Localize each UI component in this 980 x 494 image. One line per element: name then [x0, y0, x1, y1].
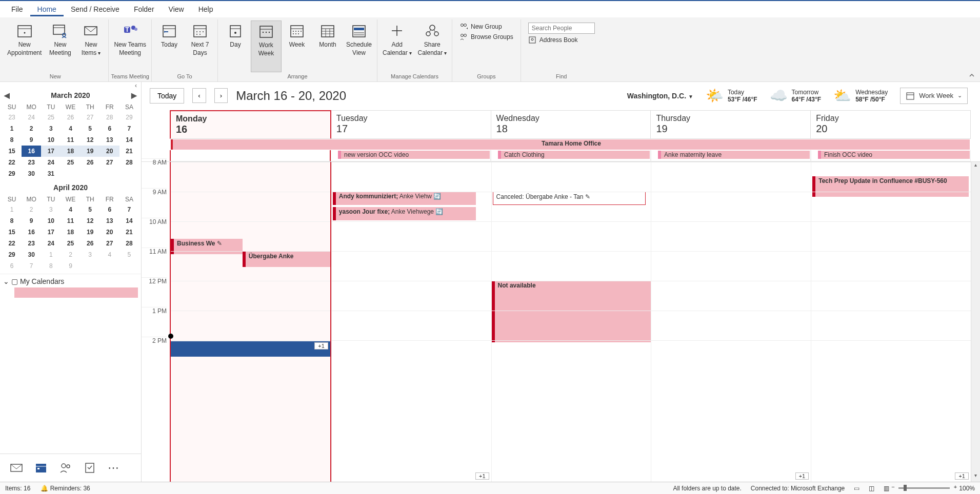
mini-cal-day[interactable]: 29: [2, 168, 22, 179]
next7-button[interactable]: Next 7 Days: [185, 20, 215, 72]
mini-cal-day[interactable]: 8: [2, 215, 22, 227]
month-view-button[interactable]: Month: [312, 20, 343, 72]
event-andy[interactable]: Andy kommuniziert; Anke Viehw 🔄: [333, 192, 476, 205]
mini-cal-day[interactable]: 8: [41, 260, 61, 272]
search-people-input[interactable]: [528, 23, 595, 34]
next-week-button[interactable]: ›: [214, 88, 228, 103]
allday-event-fri[interactable]: Finish OCC video: [818, 151, 970, 159]
zoom-slider[interactable]: [898, 487, 950, 489]
day-header-tue[interactable]: Tuesday17: [331, 110, 491, 139]
mini-cal-day[interactable]: 29: [119, 112, 139, 123]
mini-cal-day[interactable]: 6: [2, 260, 22, 272]
menu-sendreceive[interactable]: Send / Receive: [64, 2, 127, 16]
new-items-button[interactable]: New Items: [75, 20, 106, 72]
new-group-button[interactable]: + New Group: [459, 23, 513, 31]
mini-cal-day[interactable]: 5: [81, 204, 100, 215]
mini-cal-day[interactable]: 8: [2, 134, 22, 146]
mini-cal-day[interactable]: 13: [100, 134, 119, 146]
menu-file[interactable]: File: [4, 2, 30, 16]
mini-cal-day[interactable]: 1: [41, 249, 61, 260]
mini-cal-day[interactable]: 21: [119, 146, 139, 157]
day-col-wed[interactable]: Canceled: Übergabe Anke - Tan ✎ Not avai…: [491, 162, 651, 482]
allday-event-tamara[interactable]: Tamara Home Office: [171, 139, 970, 150]
mini-cal-prev-button[interactable]: ◀: [4, 91, 10, 99]
mini-cal-day[interactable]: 2: [22, 123, 41, 134]
mini-cal-day[interactable]: 5: [119, 249, 139, 260]
mini-cal-day[interactable]: 19: [81, 146, 100, 157]
mini-cal-day[interactable]: 16: [22, 227, 41, 238]
mini-cal-day[interactable]: 10: [41, 134, 61, 146]
mini-cal-day[interactable]: 4: [61, 123, 80, 134]
mini-cal-day[interactable]: 18: [61, 227, 80, 238]
allday-event-thu[interactable]: Anke maternity leave: [658, 151, 810, 159]
mini-cal-day[interactable]: 26: [81, 157, 100, 168]
calendar-item[interactable]: [14, 287, 138, 298]
mini-cal-day[interactable]: 1: [2, 204, 22, 215]
status-reminders[interactable]: 🔔 Reminders: 36: [41, 485, 90, 492]
mini-cal-day[interactable]: 2: [22, 204, 41, 215]
mini-cal-day[interactable]: 23: [2, 112, 22, 123]
view-selector-dropdown[interactable]: Work Week ⌄: [900, 88, 968, 104]
day-header-wed[interactable]: Wednesday18: [491, 110, 651, 139]
mini-cal-day[interactable]: 4: [61, 204, 80, 215]
allday-cell-thu[interactable]: Anke maternity leave: [651, 150, 811, 161]
ribbon-collapse-button[interactable]: [968, 71, 976, 79]
mini-cal-day[interactable]: 23: [22, 157, 41, 168]
view-book-icon[interactable]: ▥: [884, 485, 889, 492]
mini-cal-day[interactable]: 12: [81, 215, 100, 227]
event-not-available[interactable]: Not available: [492, 281, 651, 342]
scroll-up-icon[interactable]: ▴: [971, 162, 980, 171]
mini-cal-day[interactable]: 9: [22, 215, 41, 227]
share-calendar-button[interactable]: Share Calendar: [415, 20, 450, 72]
nav-people-icon[interactable]: [59, 462, 72, 474]
day-header-thu[interactable]: Thursday19: [651, 110, 811, 139]
schedule-view-button[interactable]: Schedule View: [343, 20, 375, 72]
mini-cal-day[interactable]: 25: [41, 112, 61, 123]
mini-cal-day[interactable]: 16: [22, 146, 41, 157]
new-appointment-button[interactable]: New Appointment: [4, 20, 45, 72]
more-events-tue[interactable]: +1: [475, 472, 489, 480]
mini-cal-day[interactable]: 11: [61, 134, 80, 146]
mini-cal-day[interactable]: 3: [81, 249, 100, 260]
allday-cell-mon[interactable]: [170, 150, 331, 161]
mini-cal-day[interactable]: 28: [100, 112, 119, 123]
mini-cal-day[interactable]: 28: [119, 238, 139, 249]
mini-cal-day[interactable]: 18: [61, 146, 80, 157]
mini-cal-day[interactable]: 27: [100, 157, 119, 168]
allday-cell-wed[interactable]: Catch Clothing: [491, 150, 651, 161]
nav-more-icon[interactable]: ⋯: [108, 461, 119, 475]
day-col-thu[interactable]: +1: [651, 162, 811, 482]
nav-mail-icon[interactable]: [10, 463, 23, 473]
mini-cal-day[interactable]: 6: [100, 123, 119, 134]
allday-cell-fri[interactable]: Finish OCC video: [811, 150, 971, 161]
mini-cal-day[interactable]: 3: [41, 123, 61, 134]
day-header-fri[interactable]: Friday20: [811, 110, 971, 139]
mini-cal-day[interactable]: 7: [22, 260, 41, 272]
mini-cal-day[interactable]: 9: [61, 260, 80, 272]
prev-week-button[interactable]: ‹: [192, 88, 206, 103]
mini-cal-day[interactable]: 23: [22, 238, 41, 249]
allday-event-tue[interactable]: new version OCC video: [338, 151, 490, 159]
day-view-button[interactable]: Day: [220, 20, 251, 72]
mini-cal-day[interactable]: 14: [119, 215, 139, 227]
mini-cal-day[interactable]: 20: [100, 146, 119, 157]
mini-cal-day[interactable]: 22: [2, 157, 22, 168]
mini-cal-day[interactable]: 9: [22, 134, 41, 146]
new-meeting-button[interactable]: New Meeting: [45, 20, 75, 72]
mini-cal-day[interactable]: 26: [81, 238, 100, 249]
allday-event-wed[interactable]: Catch Clothing: [498, 151, 650, 159]
mini-cal-day[interactable]: 13: [100, 215, 119, 227]
mini-cal-day[interactable]: 20: [100, 227, 119, 238]
mini-cal-day[interactable]: 12: [81, 134, 100, 146]
mini-cal-day[interactable]: 4: [100, 249, 119, 260]
event-current-block[interactable]: [171, 341, 330, 357]
mini-cal-day[interactable]: 27: [81, 112, 100, 123]
mini-cal-day[interactable]: 7: [119, 123, 139, 134]
event-uebergabe-anke[interactable]: Übergabe Anke: [243, 252, 330, 267]
mini-cal-day[interactable]: 3: [41, 204, 61, 215]
sidebar-collapse-button[interactable]: ‹: [0, 82, 141, 89]
mini-cal-day[interactable]: 6: [100, 204, 119, 215]
mini-cal-day[interactable]: 19: [81, 227, 100, 238]
weather-location-dropdown[interactable]: Washington, D.C. ▼: [627, 92, 693, 100]
new-teams-meeting-button[interactable]: T New Teams Meeting: [111, 20, 149, 72]
